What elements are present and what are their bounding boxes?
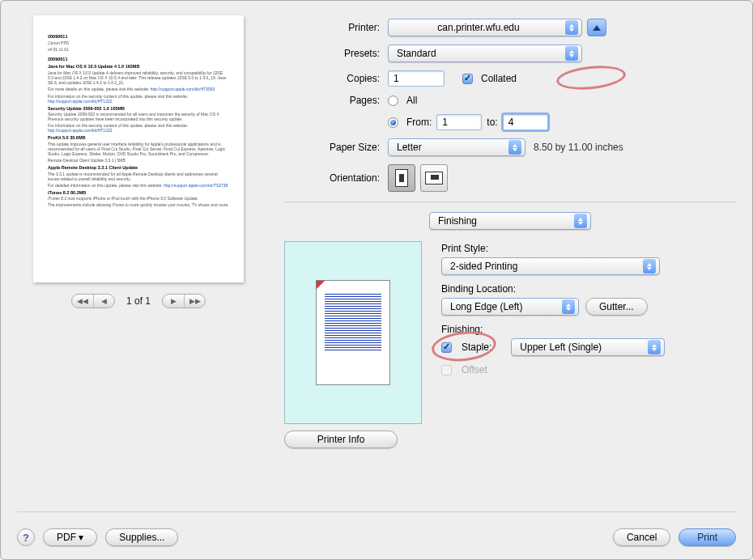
pages-all-radio[interactable] (388, 95, 398, 106)
printer-label: Printer: (284, 22, 380, 33)
dropdown-arrows-icon (508, 140, 521, 155)
supplies-button[interactable]: Supplies... (105, 528, 178, 546)
print-dialog: 20090611 Canon PPD v4.91 x1 01 20090611 … (0, 0, 753, 560)
print-style-label: Print Style: (441, 243, 736, 254)
dialog-footer: ? PDF ▾ Supplies... Cancel Print (17, 528, 736, 546)
offset-label: Offset (462, 364, 487, 375)
orientation-landscape-button[interactable] (420, 164, 448, 192)
copies-label: Copies: (284, 73, 380, 84)
section-select[interactable]: Finishing (429, 212, 591, 230)
pages-label: Pages: (284, 95, 380, 106)
presets-select[interactable]: Standard (388, 45, 582, 62)
orientation-label: Orientation: (284, 172, 380, 184)
dropdown-arrows-icon (565, 46, 578, 61)
presets-selected: Standard (397, 48, 436, 59)
finishing-preview (284, 241, 422, 424)
print-style-select[interactable]: 2-sided Printing (441, 257, 660, 275)
orientation-portrait-button[interactable] (388, 164, 415, 192)
dropdown-arrows-icon (648, 340, 661, 354)
offset-checkbox (441, 365, 452, 375)
nav-fwd-group: ▶ ▶▶ (162, 294, 206, 308)
preview-column: 20090611 Canon PPD v4.91 x1 01 20090611 … (17, 15, 260, 448)
cancel-button[interactable]: Cancel (613, 528, 670, 546)
finishing-label: Finishing: (441, 324, 736, 335)
paper-dimensions: 8.50 by 11.00 inches (534, 142, 623, 153)
portrait-icon (395, 169, 408, 187)
pages-from-radio[interactable] (388, 117, 398, 128)
gutter-button[interactable]: Gutter... (585, 298, 648, 316)
prev-page-button[interactable]: ◀ (93, 295, 114, 308)
staple-indicator-icon (317, 281, 325, 289)
dropdown-arrows-icon (574, 214, 587, 228)
landscape-icon (425, 172, 443, 185)
collated-label: Collated (481, 73, 517, 84)
printer-info-button[interactable]: Printer Info (284, 431, 398, 448)
pages-all-label: All (406, 95, 417, 106)
pages-to-label: to: (487, 117, 497, 128)
binding-location-label: Binding Location: (441, 283, 736, 295)
preview-nav: ◀◀ ◀ 1 of 1 ▶ ▶▶ (17, 294, 260, 308)
binding-location-selected: Long Edge (Left) (450, 301, 522, 312)
printer-selected: can.printer.wfu.edu (397, 22, 560, 33)
finishing-panel: Printer Info Print Style: 2-sided Printi… (284, 241, 736, 448)
dropdown-arrows-icon (562, 299, 575, 314)
copies-input[interactable] (388, 70, 445, 87)
dropdown-arrows-icon (643, 259, 656, 274)
presets-label: Presets: (284, 48, 380, 59)
pages-from-label: From: (406, 117, 432, 128)
staple-checkbox[interactable] (441, 342, 452, 353)
triangle-up-icon (593, 25, 601, 31)
divider (284, 202, 736, 202)
finishing-preview-page (316, 280, 390, 385)
last-page-button[interactable]: ▶▶ (184, 295, 205, 308)
collated-checkbox[interactable] (462, 74, 473, 84)
expand-dialog-button[interactable] (587, 19, 606, 36)
first-page-button[interactable]: ◀◀ (72, 295, 93, 308)
pages-to-input[interactable] (503, 114, 548, 130)
dropdown-arrows-icon (565, 20, 578, 35)
nav-back-group: ◀◀ ◀ (71, 294, 115, 308)
page-preview: 20090611 Canon PPD v4.91 x1 01 20090611 … (33, 15, 244, 282)
paper-size-select[interactable]: Letter (388, 138, 525, 156)
next-page-button[interactable]: ▶ (163, 295, 184, 308)
help-button[interactable]: ? (17, 528, 35, 546)
pdf-menu-button[interactable]: PDF ▾ (43, 528, 97, 546)
settings-column: Printer: can.printer.wfu.edu Presets: St… (284, 15, 736, 448)
page-counter: 1 of 1 (126, 295, 151, 307)
printer-select[interactable]: can.printer.wfu.edu (388, 19, 582, 36)
binding-location-select[interactable]: Long Edge (Left) (441, 298, 579, 316)
print-button[interactable]: Print (679, 528, 736, 546)
paper-size-label: Paper Size: (284, 142, 380, 153)
staple-position-select[interactable]: Upper Left (Single) (511, 338, 665, 356)
print-style-selected: 2-sided Printing (450, 261, 517, 272)
footer-divider (17, 511, 736, 512)
section-selected: Finishing (438, 215, 477, 227)
staple-position-selected: Upper Left (Single) (520, 342, 602, 353)
paper-size-selected: Letter (397, 142, 422, 153)
pages-from-input[interactable] (436, 114, 482, 130)
staple-label: Staple: (462, 342, 491, 353)
